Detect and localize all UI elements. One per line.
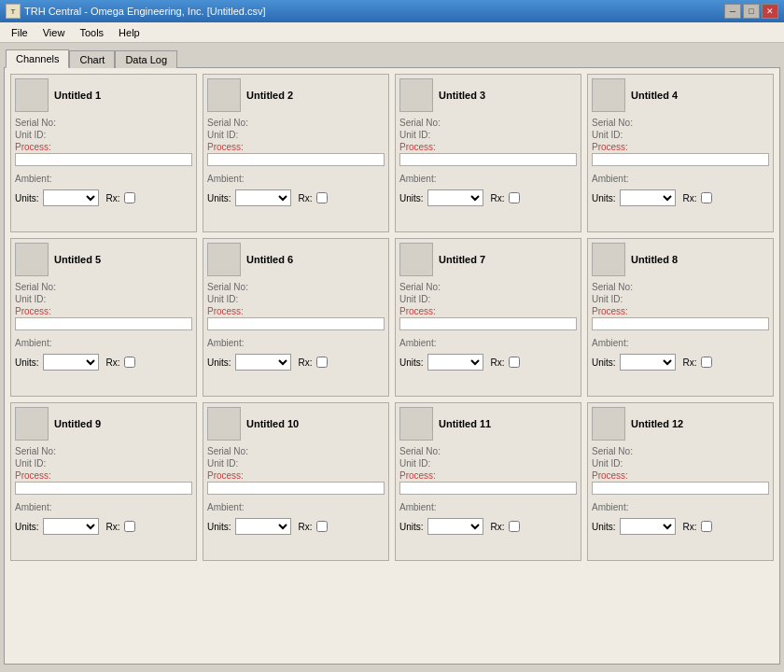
rx-checkbox-4[interactable] (701, 192, 712, 203)
process-field-7: Process: (399, 306, 577, 330)
process-input-8[interactable] (592, 317, 769, 330)
minimize-button[interactable]: ─ (724, 4, 741, 19)
units-select-3[interactable] (427, 189, 483, 206)
card-thumbnail-4 (592, 78, 625, 112)
close-button[interactable]: ✕ (762, 4, 778, 19)
units-select-11[interactable] (427, 518, 483, 535)
process-input-10[interactable] (207, 482, 385, 495)
process-input-5[interactable] (15, 317, 192, 330)
card-thumbnail-8 (592, 243, 625, 276)
menu-bar: File View Tools Help (0, 22, 784, 43)
title-bar-left: T TRH Central - Omega Engineering, Inc. … (6, 4, 266, 19)
serial-no-label-7: Serial No: (399, 282, 577, 292)
card-header-5: Untitled 5 (15, 243, 192, 276)
menu-tools[interactable]: Tools (72, 25, 111, 40)
menu-help[interactable]: Help (111, 25, 147, 40)
unit-id-field-10: Unit ID: (207, 458, 385, 469)
unit-id-field-3: Unit ID: (399, 130, 577, 140)
unit-id-field-2: Unit ID: (207, 130, 385, 140)
units-select-12[interactable] (620, 518, 676, 535)
ambient-field-4: Ambient: (592, 172, 769, 184)
channel-card-11: Untitled 11 Serial No: Unit ID: Process:… (395, 402, 581, 561)
rx-checkbox-7[interactable] (509, 357, 520, 368)
ambient-field-1: Ambient: (15, 172, 192, 184)
ambient-field-5: Ambient: (15, 336, 192, 348)
rx-checkbox-11[interactable] (509, 521, 520, 532)
tab-chart[interactable]: Chart (69, 50, 115, 68)
units-select-9[interactable] (43, 518, 99, 535)
unit-id-field-12: Unit ID: (592, 458, 769, 469)
units-select-7[interactable] (427, 354, 483, 371)
rx-checkbox-9[interactable] (124, 521, 135, 532)
rx-label-3: Rx: (491, 193, 505, 203)
tab-data-log[interactable]: Data Log (115, 50, 177, 68)
units-select-4[interactable] (620, 189, 676, 206)
process-input-2[interactable] (207, 153, 385, 166)
menu-view[interactable]: View (35, 25, 73, 40)
process-field-3: Process: (399, 142, 577, 166)
process-field-9: Process: (15, 470, 192, 495)
units-select-10[interactable] (235, 518, 291, 535)
unit-id-field-9: Unit ID: (15, 458, 192, 469)
process-label-6: Process: (207, 306, 385, 316)
card-title-9: Untitled 9 (54, 418, 101, 429)
process-input-3[interactable] (399, 153, 577, 166)
process-input-1[interactable] (15, 153, 192, 166)
units-label-10: Units: (207, 522, 231, 532)
rx-checkbox-6[interactable] (316, 357, 328, 368)
process-field-2: Process: (207, 142, 385, 166)
tab-channels[interactable]: Channels (6, 49, 69, 68)
process-input-11[interactable] (399, 482, 577, 495)
menu-file[interactable]: File (4, 25, 35, 40)
ambient-label-10: Ambient: (207, 502, 385, 512)
card-title-4: Untitled 4 (631, 90, 678, 101)
process-label-12: Process: (592, 470, 769, 481)
process-input-7[interactable] (399, 317, 577, 330)
card-thumbnail-6 (207, 243, 241, 276)
units-select-6[interactable] (235, 354, 291, 371)
card-footer-7: Units: Rx: (399, 354, 577, 371)
card-thumbnail-10 (207, 407, 241, 441)
rx-checkbox-3[interactable] (509, 192, 520, 203)
units-select-1[interactable] (43, 189, 99, 206)
rx-checkbox-2[interactable] (316, 192, 328, 203)
rx-checkbox-8[interactable] (701, 357, 712, 368)
card-thumbnail-7 (399, 243, 433, 276)
units-label-3: Units: (399, 193, 424, 203)
units-select-5[interactable] (43, 354, 99, 371)
process-label-10: Process: (207, 470, 385, 481)
serial-no-field-11: Serial No: (399, 446, 577, 456)
process-input-4[interactable] (592, 153, 769, 166)
rx-checkbox-5[interactable] (124, 357, 135, 368)
process-input-12[interactable] (592, 482, 769, 495)
units-label-11: Units: (399, 522, 424, 532)
rx-checkbox-1[interactable] (124, 192, 135, 203)
rx-label-1: Rx: (106, 193, 120, 203)
maximize-button[interactable]: □ (743, 4, 760, 19)
serial-no-label-6: Serial No: (207, 282, 385, 292)
unit-id-label-12: Unit ID: (592, 458, 769, 469)
card-header-1: Untitled 1 (15, 78, 192, 112)
channel-card-6: Untitled 6 Serial No: Unit ID: Process: … (203, 238, 389, 397)
process-input-9[interactable] (15, 482, 192, 495)
serial-no-label-4: Serial No: (592, 118, 769, 128)
card-header-11: Untitled 11 (399, 407, 577, 441)
process-field-10: Process: (207, 470, 385, 495)
rx-checkbox-12[interactable] (701, 521, 712, 532)
process-field-5: Process: (15, 306, 192, 330)
rx-checkbox-10[interactable] (316, 521, 328, 532)
unit-id-label-7: Unit ID: (399, 294, 577, 304)
ambient-field-7: Ambient: (399, 336, 577, 348)
rx-label-12: Rx: (683, 522, 697, 532)
ambient-field-12: Ambient: (592, 500, 769, 512)
unit-id-field-5: Unit ID: (15, 294, 192, 304)
card-footer-12: Units: Rx: (592, 518, 769, 535)
ambient-field-6: Ambient: (207, 336, 385, 348)
process-input-6[interactable] (207, 317, 385, 330)
process-field-6: Process: (207, 306, 385, 330)
serial-no-label-2: Serial No: (207, 118, 385, 128)
units-select-2[interactable] (235, 189, 291, 206)
card-header-10: Untitled 10 (207, 407, 385, 441)
card-footer-1: Units: Rx: (15, 189, 192, 206)
units-select-8[interactable] (620, 354, 676, 371)
